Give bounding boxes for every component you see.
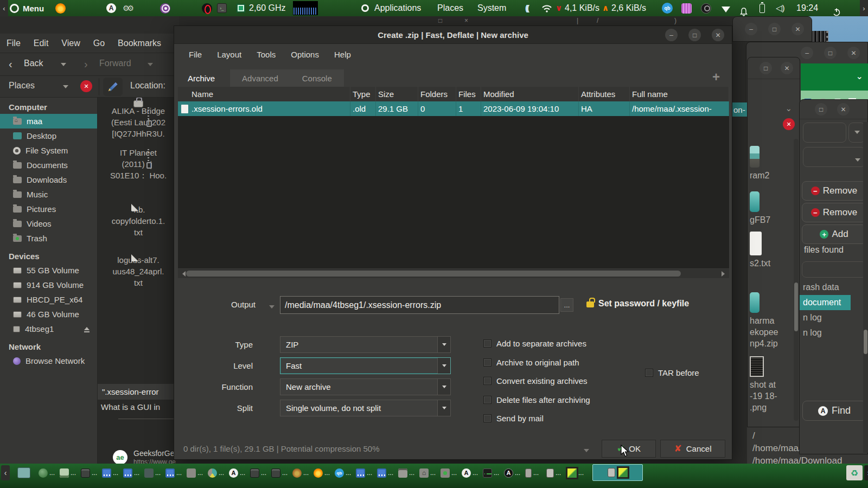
minimize-button[interactable]: –	[665, 29, 678, 41]
close-button[interactable]: ✕	[781, 62, 793, 74]
minimize-button[interactable]: –	[745, 23, 757, 35]
close-button[interactable]: ✕	[792, 23, 804, 35]
list-item[interactable]: n log	[800, 310, 867, 325]
system-monitor-graph[interactable]	[293, 0, 318, 16]
sidebar-item[interactable]: Pictures	[0, 202, 97, 216]
field-dropdown[interactable]: ZIP	[280, 336, 451, 353]
taskbar-window-button[interactable]: ...	[60, 468, 81, 478]
archive-file-list[interactable]: .xsession-errors.old .old 29.1 GB 0 1 20…	[178, 101, 729, 268]
cpu-icon[interactable]	[237, 0, 245, 16]
sidebar-item[interactable]: maa	[0, 114, 97, 129]
menu-button[interactable]: Menu	[23, 0, 44, 16]
field-dropdown[interactable]: Fast	[280, 357, 451, 374]
field-dropdown[interactable]: New archive	[280, 378, 451, 395]
cpu-frequency[interactable]: 2,60 GHz	[249, 0, 286, 16]
dropdown-arrow-button[interactable]	[437, 400, 450, 416]
checkbox-row[interactable]: Delete files after archiving	[483, 395, 590, 404]
speaker-icon[interactable]: ◁)	[776, 0, 785, 16]
panel-collapse-left[interactable]: ‹	[0, 0, 8, 16]
file-icon-item[interactable]: 4tb. copyfolderto.1. txt	[98, 204, 179, 238]
add-tab-button[interactable]: +	[712, 69, 720, 85]
system-menu[interactable]: System	[477, 0, 506, 16]
dialog-menu-item[interactable]: Help	[334, 50, 351, 59]
trash-applet-button[interactable]: ♻	[846, 465, 863, 480]
dialog-menu-item[interactable]: File	[189, 50, 202, 59]
sidebar-item-device[interactable]: HBCD_PE_x64	[0, 292, 97, 307]
taskbar-window-button[interactable]: ...	[567, 468, 589, 478]
dropdown-arrow-button[interactable]	[437, 337, 450, 352]
scrollbar-thumb[interactable]	[864, 330, 867, 354]
tar-before-checkbox-row[interactable]: TAR before	[645, 368, 699, 377]
remove-button[interactable]: − Remove	[802, 181, 866, 201]
app-tray-icon[interactable]	[701, 0, 711, 16]
sidebar-item[interactable]: Downloads	[0, 172, 97, 187]
scroll-left-arrow-icon[interactable]	[180, 271, 186, 277]
list-item[interactable]: rash data	[800, 280, 867, 295]
forward-icon[interactable]: ›	[84, 58, 88, 70]
taskbar-window-button[interactable]: ...	[377, 468, 398, 478]
audio-wave-icon[interactable]: (((	[525, 0, 528, 16]
places-pane-label[interactable]: Places	[9, 81, 35, 91]
search-input[interactable]	[802, 261, 866, 278]
sidebar-item-device[interactable]: 914 GB Volume	[0, 278, 97, 292]
dialog-titlebar[interactable]: Create .zip | Fast, Deflate | New archiv…	[174, 26, 732, 44]
field-dropdown[interactable]: Single volume, do not split	[280, 400, 451, 416]
edit-location-button[interactable]	[103, 78, 123, 96]
sidebar-item-device[interactable]: 46 GB Volume	[0, 307, 97, 322]
opera-icon[interactable]	[202, 0, 212, 16]
taskbar-window-button[interactable]: ...	[419, 468, 441, 478]
gears-icon[interactable]: ⚙⚙	[123, 0, 132, 16]
media-tray-icon[interactable]	[681, 0, 692, 16]
taskbar-window-button[interactable]: ...	[144, 468, 165, 478]
close-button[interactable]: ✕	[847, 47, 860, 59]
sidebar-item[interactable]: Desktop	[0, 129, 97, 143]
applications-menu[interactable]: Applications	[374, 0, 421, 16]
taskbar-window-button[interactable]: ...	[81, 468, 102, 478]
checkbox-row[interactable]: Send by mail	[483, 414, 544, 423]
maximize-button[interactable]: □	[815, 103, 827, 115]
list-item[interactable]: n log	[800, 325, 867, 341]
column-header[interactable]: Modified	[481, 87, 579, 101]
dialog-menu-item[interactable]: Options	[291, 50, 319, 59]
column-header[interactable]: Folders	[418, 87, 456, 101]
sidebar-item[interactable]: Music	[0, 187, 97, 202]
checkbox-row[interactable]: Archive to original path	[483, 358, 579, 367]
taskbar-window-button[interactable]: ...	[229, 468, 250, 478]
taskbar-window-button[interactable]: ...	[356, 468, 377, 478]
column-header[interactable]: Name	[178, 87, 350, 101]
taskbar-window-button[interactable]: ...	[546, 468, 567, 478]
column-header[interactable]: Attributes	[579, 87, 630, 101]
net-download-speed[interactable]: 4,1 KiB/s	[565, 0, 599, 16]
column-header[interactable]: Files	[456, 87, 481, 101]
firefox-icon[interactable]	[55, 0, 66, 16]
checkbox[interactable]	[483, 339, 492, 348]
list-item[interactable]: document	[800, 295, 851, 310]
back-button[interactable]: Back	[24, 59, 43, 68]
output-path-input[interactable]	[280, 296, 559, 314]
network-tray-icon[interactable]	[722, 0, 730, 16]
taskbar-window-button[interactable]: ...	[314, 468, 335, 478]
file-icon-item[interactable]: shot at -19 18- .png	[749, 356, 797, 413]
terminal-icon[interactable]: ›_	[217, 0, 227, 16]
places-menu[interactable]: Places	[437, 0, 463, 16]
file-manager-menu-item[interactable]: Edit	[34, 38, 49, 48]
dropdown-arrow-button[interactable]	[437, 358, 450, 374]
cancel-button[interactable]: ✘ Cancel	[660, 440, 725, 458]
battery-icon[interactable]	[760, 0, 765, 16]
taskbar-window-button[interactable]: ...	[525, 468, 546, 478]
file-icon-item[interactable]: harma ekopee np4.zip	[749, 292, 797, 349]
taskbar-window-button[interactable]: ...	[102, 468, 123, 478]
back-icon[interactable]: ‹	[9, 58, 12, 70]
taskbar-collapse-left[interactable]: ‹	[1, 465, 10, 480]
find-button[interactable]: A Find	[802, 401, 866, 421]
sidebar-item[interactable]: Documents	[0, 158, 97, 172]
net-upload-speed[interactable]: 2,6 KiB/s	[611, 0, 646, 16]
taskbar-window-button[interactable]: ...	[39, 468, 60, 478]
taskbar-window-button[interactable]: ...	[123, 468, 144, 478]
file-manager-menu-item[interactable]: Go	[93, 38, 105, 48]
dropdown-field[interactable]	[803, 123, 846, 143]
scrollbar[interactable]	[794, 139, 799, 421]
scrollbar[interactable]	[863, 122, 868, 453]
checkbox-row[interactable]: Add to separate archives	[483, 339, 586, 348]
eject-icon[interactable]	[84, 324, 90, 330]
